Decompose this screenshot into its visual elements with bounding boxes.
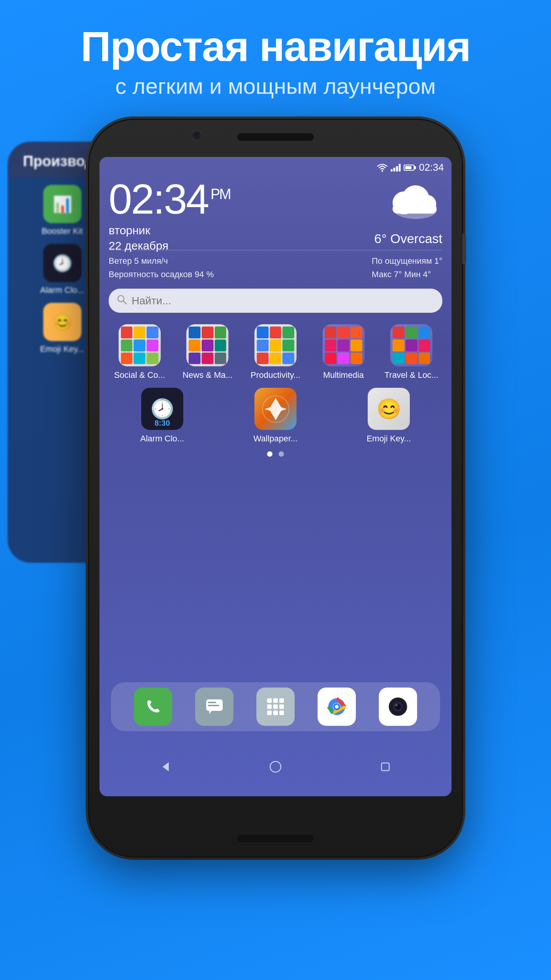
- battery-fill: [405, 166, 411, 169]
- app-icon-productivity: [254, 324, 297, 366]
- phone-shell: 02:34 02:34PM: [88, 119, 463, 858]
- app-label-alarm: Alarm Clo...: [140, 434, 184, 444]
- clock-time: 02:34PM: [109, 178, 230, 220]
- bg-label-alarm: Alarm Clo...: [40, 285, 84, 295]
- search-input[interactable]: [132, 295, 435, 307]
- app-row-2: 🕗 8:30 Alarm Clo... Wallpaper...: [99, 388, 452, 444]
- dock-chrome[interactable]: [318, 688, 356, 726]
- signal-icon: [391, 164, 401, 172]
- page-header: Простая навигация с легким и мощным лаун…: [0, 23, 551, 99]
- dock-messages[interactable]: [195, 688, 233, 726]
- nav-recents[interactable]: [378, 760, 392, 777]
- app-icon-wallpaper: [254, 388, 297, 430]
- cloud-svg: [381, 182, 442, 220]
- app-icon-alarm: 🕗 8:30: [141, 388, 183, 430]
- phone-volume-button: [462, 234, 466, 264]
- app-alarm[interactable]: 🕗 8:30 Alarm Clo...: [109, 388, 216, 444]
- weather-temp: 6° Overcast: [374, 231, 442, 246]
- svg-rect-4: [393, 204, 437, 214]
- clock-widget: 02:34PM: [109, 178, 230, 220]
- dock-camera[interactable]: [379, 688, 417, 726]
- page-title: Простая навигация: [0, 23, 551, 69]
- phone-speaker-top: [237, 133, 314, 141]
- bg-icon-boostkit: 📊: [43, 185, 82, 223]
- weather-right: 6° Overcast: [374, 231, 442, 246]
- weather-minmax: По ощущениям 1° Макс 7° Мин 4°: [372, 254, 442, 281]
- search-icon: [116, 294, 127, 307]
- bg-icon-alarm: 🕗: [43, 244, 82, 282]
- app-icon-news: [186, 324, 228, 366]
- nav-home[interactable]: [269, 760, 282, 777]
- weather-details: Ветер 5 миля/ч Вероятность осадков 94 % …: [99, 254, 452, 281]
- status-time: 02:34: [419, 162, 444, 173]
- app-label-productivity: Productivity...: [251, 370, 300, 380]
- app-label-wallpaper: Wallpaper...: [253, 434, 297, 444]
- weather-wind: Ветер 5 миля/ч Вероятность осадков 94 %: [109, 254, 214, 281]
- app-wallpaper[interactable]: Wallpaper...: [222, 388, 329, 444]
- search-bar[interactable]: [109, 289, 442, 313]
- phone-screen: 02:34 02:34PM: [99, 157, 452, 796]
- svg-point-15: [335, 705, 339, 709]
- page-dot-1: [267, 451, 272, 457]
- app-icon-travel: [390, 324, 432, 366]
- bg-icon-emoji: 😊: [43, 303, 82, 341]
- app-folder-social[interactable]: Social & Co...: [109, 324, 171, 380]
- app-emoji[interactable]: 😊 Emoji Key...: [335, 388, 442, 444]
- wifi-icon: [377, 163, 388, 172]
- app-folder-news[interactable]: News & Ma...: [177, 324, 239, 380]
- svg-rect-23: [381, 763, 389, 771]
- app-label-multimedia: Multimedia: [323, 370, 364, 380]
- dock-drawer[interactable]: [256, 688, 295, 726]
- bg-label-emoji: Emoji Key...: [40, 344, 85, 354]
- page-subtitle: с легким и мощным лаунчером: [0, 73, 551, 99]
- weather-cloud-icon: [381, 182, 442, 222]
- dock-phone[interactable]: [134, 688, 172, 726]
- app-label-emoji: Emoji Key...: [367, 434, 411, 444]
- app-folder-multimedia[interactable]: Multimedia: [313, 324, 375, 380]
- phone-camera: [191, 130, 202, 141]
- page-dots: [99, 451, 452, 457]
- app-icon-emoji: 😊: [368, 388, 410, 430]
- phone-main: 02:34 02:34PM: [88, 119, 463, 858]
- clock-weather-row: 02:34PM: [99, 178, 452, 222]
- app-icon-social: [119, 324, 161, 366]
- svg-point-22: [270, 761, 281, 772]
- status-icons: [377, 163, 414, 172]
- app-folders-grid: Social & Co...: [99, 320, 452, 384]
- app-icon-multimedia: [323, 324, 365, 366]
- phone-speaker-bottom: [237, 835, 314, 842]
- phone-dock: [111, 682, 440, 731]
- bg-label-boostkit: Booster Kit: [42, 226, 83, 236]
- svg-marker-11: [209, 711, 212, 714]
- app-label-news: News & Ma...: [183, 370, 233, 380]
- app-label-social: Social & Co...: [114, 370, 165, 380]
- nav-back[interactable]: [159, 760, 173, 777]
- page-dot-2: [279, 451, 284, 457]
- phone-navbar: [111, 752, 440, 785]
- svg-point-20: [395, 704, 398, 706]
- app-folder-productivity[interactable]: Productivity...: [245, 324, 306, 380]
- battery-icon: [404, 165, 414, 171]
- svg-rect-9: [208, 702, 216, 703]
- app-folder-travel[interactable]: Travel & Loc...: [380, 324, 442, 380]
- app-label-travel: Travel & Loc...: [385, 370, 439, 380]
- svg-marker-21: [163, 762, 169, 771]
- status-bar: 02:34: [99, 157, 452, 178]
- svg-line-6: [123, 301, 126, 304]
- svg-rect-10: [208, 705, 219, 706]
